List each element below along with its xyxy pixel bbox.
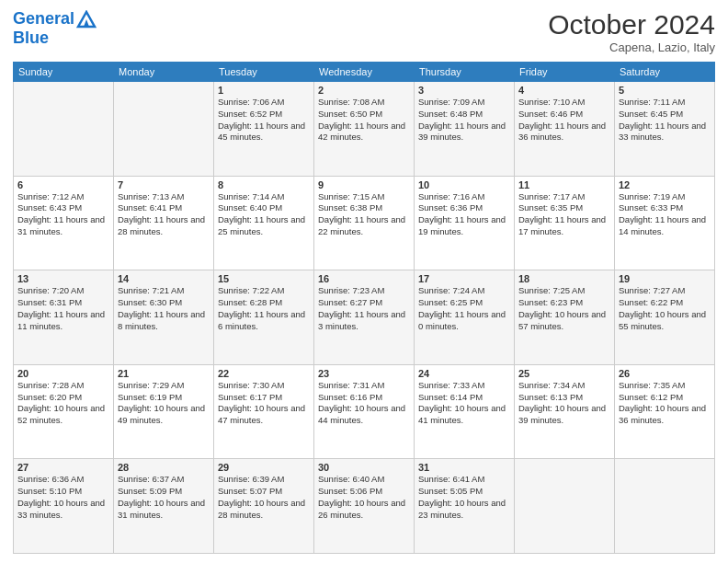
calendar-cell: 14Sunrise: 7:21 AMSunset: 6:30 PMDayligh… <box>114 270 214 365</box>
day-number: 8 <box>218 179 310 190</box>
header-sunday: Sunday <box>14 63 114 82</box>
day-info: Sunrise: 6:36 AMSunset: 5:10 PMDaylight:… <box>17 474 109 521</box>
calendar-cell: 30Sunrise: 6:40 AMSunset: 5:06 PMDayligh… <box>314 459 415 554</box>
month-title: October 2024 <box>548 9 715 40</box>
day-info: Sunrise: 7:33 AMSunset: 6:14 PMDaylight:… <box>418 380 510 427</box>
calendar-cell: 19Sunrise: 7:27 AMSunset: 6:22 PMDayligh… <box>615 270 715 365</box>
day-info: Sunrise: 7:10 AMSunset: 6:46 PMDaylight:… <box>518 97 610 144</box>
day-info: Sunrise: 7:20 AMSunset: 6:31 PMDaylight:… <box>17 285 109 332</box>
calendar-cell: 13Sunrise: 7:20 AMSunset: 6:31 PMDayligh… <box>14 270 114 365</box>
calendar-week-row: 20Sunrise: 7:28 AMSunset: 6:20 PMDayligh… <box>14 364 715 459</box>
calendar-cell: 9Sunrise: 7:15 AMSunset: 6:38 PMDaylight… <box>314 176 415 270</box>
calendar-cell: 12Sunrise: 7:19 AMSunset: 6:33 PMDayligh… <box>615 176 715 270</box>
calendar-week-row: 27Sunrise: 6:36 AMSunset: 5:10 PMDayligh… <box>14 459 715 554</box>
day-info: Sunrise: 7:16 AMSunset: 6:36 PMDaylight:… <box>418 191 510 238</box>
title-block: October 2024 Capena, Lazio, Italy <box>548 9 715 54</box>
logo: General Blue <box>13 9 97 48</box>
day-number: 6 <box>17 179 109 190</box>
header-tuesday: Tuesday <box>214 63 314 82</box>
day-number: 11 <box>518 179 610 190</box>
calendar-cell <box>14 82 114 177</box>
day-number: 19 <box>619 273 711 284</box>
day-number: 28 <box>118 462 210 473</box>
calendar-cell: 1Sunrise: 7:06 AMSunset: 6:52 PMDaylight… <box>214 82 314 177</box>
header-thursday: Thursday <box>415 63 515 82</box>
header-monday: Monday <box>114 63 214 82</box>
location-subtitle: Capena, Lazio, Italy <box>548 40 715 54</box>
calendar-cell: 23Sunrise: 7:31 AMSunset: 6:16 PMDayligh… <box>314 364 415 459</box>
day-info: Sunrise: 7:30 AMSunset: 6:17 PMDaylight:… <box>218 380 310 427</box>
day-number: 10 <box>418 179 510 190</box>
day-info: Sunrise: 6:41 AMSunset: 5:05 PMDaylight:… <box>418 474 510 521</box>
day-info: Sunrise: 7:25 AMSunset: 6:23 PMDaylight:… <box>518 285 610 332</box>
calendar-cell: 18Sunrise: 7:25 AMSunset: 6:23 PMDayligh… <box>515 270 615 365</box>
day-info: Sunrise: 7:31 AMSunset: 6:16 PMDaylight:… <box>318 380 410 427</box>
day-info: Sunrise: 7:21 AMSunset: 6:30 PMDaylight:… <box>118 285 210 332</box>
day-number: 12 <box>619 179 711 190</box>
calendar-cell <box>615 459 715 554</box>
calendar-cell: 25Sunrise: 7:34 AMSunset: 6:13 PMDayligh… <box>515 364 615 459</box>
calendar-cell: 15Sunrise: 7:22 AMSunset: 6:28 PMDayligh… <box>214 270 314 365</box>
day-info: Sunrise: 7:34 AMSunset: 6:13 PMDaylight:… <box>518 380 610 427</box>
day-info: Sunrise: 7:12 AMSunset: 6:43 PMDaylight:… <box>17 191 109 238</box>
day-number: 9 <box>318 179 410 190</box>
day-info: Sunrise: 6:37 AMSunset: 5:09 PMDaylight:… <box>118 474 210 521</box>
day-number: 18 <box>518 273 610 284</box>
calendar-cell: 8Sunrise: 7:14 AMSunset: 6:40 PMDaylight… <box>214 176 314 270</box>
calendar-cell: 31Sunrise: 6:41 AMSunset: 5:05 PMDayligh… <box>415 459 515 554</box>
day-number: 17 <box>418 273 510 284</box>
calendar-cell: 29Sunrise: 6:39 AMSunset: 5:07 PMDayligh… <box>214 459 314 554</box>
calendar-cell: 7Sunrise: 7:13 AMSunset: 6:41 PMDaylight… <box>114 176 214 270</box>
day-number: 14 <box>118 273 210 284</box>
day-number: 2 <box>318 85 410 96</box>
day-number: 22 <box>218 368 310 379</box>
calendar-cell: 4Sunrise: 7:10 AMSunset: 6:46 PMDaylight… <box>515 82 615 177</box>
day-number: 13 <box>17 273 109 284</box>
day-info: Sunrise: 7:28 AMSunset: 6:20 PMDaylight:… <box>17 380 109 427</box>
day-info: Sunrise: 7:23 AMSunset: 6:27 PMDaylight:… <box>318 285 410 332</box>
calendar-cell: 28Sunrise: 6:37 AMSunset: 5:09 PMDayligh… <box>114 459 214 554</box>
day-number: 25 <box>518 368 610 379</box>
day-number: 4 <box>518 85 610 96</box>
calendar-cell <box>515 459 615 554</box>
day-info: Sunrise: 7:22 AMSunset: 6:28 PMDaylight:… <box>218 285 310 332</box>
header-friday: Friday <box>515 63 615 82</box>
calendar-cell: 10Sunrise: 7:16 AMSunset: 6:36 PMDayligh… <box>415 176 515 270</box>
calendar-week-row: 13Sunrise: 7:20 AMSunset: 6:31 PMDayligh… <box>14 270 715 365</box>
logo-line2: Blue <box>13 29 97 48</box>
day-number: 20 <box>17 368 109 379</box>
day-number: 15 <box>218 273 310 284</box>
day-number: 26 <box>619 368 711 379</box>
day-number: 3 <box>418 85 510 96</box>
day-info: Sunrise: 7:15 AMSunset: 6:38 PMDaylight:… <box>318 191 410 238</box>
day-number: 23 <box>318 368 410 379</box>
calendar-cell: 5Sunrise: 7:11 AMSunset: 6:45 PMDaylight… <box>615 82 715 177</box>
header-saturday: Saturday <box>615 63 715 82</box>
day-number: 1 <box>218 85 310 96</box>
day-number: 16 <box>318 273 410 284</box>
day-info: Sunrise: 7:09 AMSunset: 6:48 PMDaylight:… <box>418 97 510 144</box>
day-number: 29 <box>218 462 310 473</box>
day-info: Sunrise: 7:14 AMSunset: 6:40 PMDaylight:… <box>218 191 310 238</box>
calendar-cell: 3Sunrise: 7:09 AMSunset: 6:48 PMDaylight… <box>415 82 515 177</box>
day-info: Sunrise: 7:06 AMSunset: 6:52 PMDaylight:… <box>218 97 310 144</box>
calendar-cell: 27Sunrise: 6:36 AMSunset: 5:10 PMDayligh… <box>14 459 114 554</box>
day-info: Sunrise: 7:19 AMSunset: 6:33 PMDaylight:… <box>619 191 711 238</box>
day-number: 7 <box>118 179 210 190</box>
day-number: 5 <box>619 85 711 96</box>
calendar-cell: 21Sunrise: 7:29 AMSunset: 6:19 PMDayligh… <box>114 364 214 459</box>
calendar-cell: 24Sunrise: 7:33 AMSunset: 6:14 PMDayligh… <box>415 364 515 459</box>
header: General Blue October 2024 Capena, Lazio,… <box>13 9 715 54</box>
calendar-cell: 2Sunrise: 7:08 AMSunset: 6:50 PMDaylight… <box>314 82 415 177</box>
calendar-table: Sunday Monday Tuesday Wednesday Thursday… <box>13 62 715 554</box>
calendar-cell: 17Sunrise: 7:24 AMSunset: 6:25 PMDayligh… <box>415 270 515 365</box>
calendar-cell: 22Sunrise: 7:30 AMSunset: 6:17 PMDayligh… <box>214 364 314 459</box>
day-info: Sunrise: 7:11 AMSunset: 6:45 PMDaylight:… <box>619 97 711 144</box>
calendar-cell: 26Sunrise: 7:35 AMSunset: 6:12 PMDayligh… <box>615 364 715 459</box>
day-number: 30 <box>318 462 410 473</box>
day-number: 24 <box>418 368 510 379</box>
day-info: Sunrise: 7:24 AMSunset: 6:25 PMDaylight:… <box>418 285 510 332</box>
day-number: 21 <box>118 368 210 379</box>
day-info: Sunrise: 7:29 AMSunset: 6:19 PMDaylight:… <box>118 380 210 427</box>
calendar-week-row: 1Sunrise: 7:06 AMSunset: 6:52 PMDaylight… <box>14 82 715 177</box>
